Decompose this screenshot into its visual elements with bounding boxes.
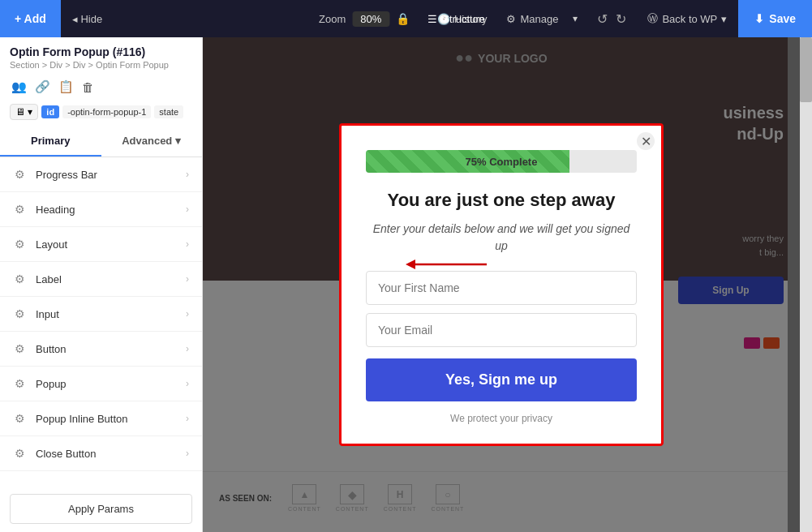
- copy-icon-button[interactable]: 📋: [57, 78, 75, 96]
- panel-item-heading[interactable]: ⚙ Heading ›: [0, 192, 202, 227]
- link-icon-button[interactable]: 🔗: [33, 78, 52, 96]
- undo-button[interactable]: ↺: [594, 8, 611, 30]
- zoom-group: Zoom 80% 🔒: [319, 11, 410, 27]
- breadcrumb: Section > Div > Div > Optin Form Popup: [10, 60, 192, 70]
- save-button[interactable]: ⬇ Save: [738, 0, 812, 37]
- chevron-right-icon: ›: [186, 343, 189, 354]
- chevron-right-icon: ›: [186, 204, 189, 215]
- panel-item-label[interactable]: ⚙ Label ›: [0, 262, 202, 297]
- popup-close-button[interactable]: ✕: [637, 132, 655, 150]
- canvas-area: ●● YOUR LOGO usiness nd-Up worry theyt b…: [203, 37, 812, 532]
- save-icon: ⬇: [754, 12, 764, 25]
- chevron-right-icon: ›: [186, 413, 189, 424]
- manage-button[interactable]: ⚙ Manage: [498, 0, 566, 37]
- redo-button[interactable]: ↻: [612, 8, 629, 30]
- chevron-right-icon: ›: [186, 238, 189, 250]
- scrollbar[interactable]: [800, 37, 812, 532]
- users-icon-button[interactable]: 👥: [10, 78, 28, 96]
- toolbar-left: + Add ◂ Hide: [0, 0, 114, 37]
- panel-item-close-button[interactable]: ⚙ Close Button ›: [0, 436, 202, 471]
- apply-params-button[interactable]: Apply Params: [10, 494, 192, 524]
- submit-button[interactable]: Yes, Sign me up: [366, 358, 637, 401]
- item-label-close-button: Close Button: [36, 448, 176, 460]
- item-label-label: Label: [36, 273, 176, 285]
- progress-bar: 75% Complete: [366, 150, 637, 173]
- gear-icon: ⚙: [13, 203, 26, 216]
- gear-icon: ⚙: [13, 412, 26, 425]
- item-label-progress-bar: Progress Bar: [36, 169, 176, 181]
- class-tag: -optin-form-popup-1: [62, 105, 151, 118]
- manage-group: ⚙ Manage ▾: [498, 0, 584, 37]
- tabs-row: Primary Advanced ▾: [0, 127, 202, 157]
- panel-title: Optin Form Popup (#116): [10, 45, 192, 58]
- chevron-right-icon: ›: [186, 448, 189, 459]
- panel-item-popup[interactable]: ⚙ Popup ›: [0, 367, 202, 401]
- back-wp-arrow: ▾: [721, 13, 727, 25]
- hide-button[interactable]: ◂ Hide: [61, 0, 114, 37]
- panel-item-button[interactable]: ⚙ Button ›: [0, 332, 202, 367]
- gear-icon: ⚙: [13, 272, 26, 285]
- popup-heading: You are just one step away: [366, 189, 637, 212]
- scrollbar-thumb[interactable]: [800, 37, 812, 102]
- top-toolbar: + Add ◂ Hide Zoom 80% 🔒 ☰ Structure 🕐 Hi…: [0, 0, 812, 37]
- chevron-right-icon: ›: [186, 308, 189, 320]
- add-button[interactable]: + Add: [0, 0, 61, 37]
- zoom-label: Zoom: [319, 13, 346, 25]
- popup-overlay: ✕ 75% Complete You are just one step awa…: [203, 37, 800, 532]
- gear-icon: ⚙: [13, 447, 26, 460]
- item-label-popup: Popup: [36, 378, 176, 390]
- progress-bar-label: 75% Complete: [466, 156, 538, 168]
- item-label-input: Input: [36, 308, 176, 320]
- zoom-value: 80%: [352, 11, 389, 27]
- chevron-right-icon: ›: [186, 273, 189, 285]
- gear-icon: ⚙: [13, 307, 26, 320]
- gear-icon: ⚙: [13, 168, 26, 181]
- item-label-button: Button: [36, 343, 176, 355]
- manage-label: Manage: [520, 13, 558, 25]
- save-label: Save: [769, 12, 796, 25]
- gear-icon: ⚙: [13, 342, 26, 355]
- id-tag: id: [41, 105, 59, 118]
- panel-item-popup-inline[interactable]: ⚙ Popup Inline Button ›: [0, 401, 202, 436]
- panel-item-progress-bar[interactable]: ⚙ Progress Bar ›: [0, 157, 202, 192]
- panel-items: ⚙ Progress Bar › ⚙ Heading › ⚙ Layout › …: [0, 157, 202, 486]
- structure-icon: ☰: [427, 13, 437, 25]
- panel-header: Optin Form Popup (#116) Section > Div > …: [0, 37, 202, 73]
- main-layout: Optin Form Popup (#116) Section > Div > …: [0, 37, 812, 532]
- panel-item-layout[interactable]: ⚙ Layout ›: [0, 227, 202, 262]
- delete-icon-button[interactable]: 🗑: [80, 79, 96, 96]
- wp-icon: Ⓦ: [647, 11, 658, 26]
- undo-redo-group: ↺ ↻: [587, 8, 636, 30]
- state-tag: state: [154, 105, 183, 118]
- item-label-layout: Layout: [36, 238, 176, 251]
- chevron-right-icon: ›: [186, 378, 189, 389]
- chevron-right-icon: ›: [186, 169, 189, 180]
- toolbar-center: Zoom 80% 🔒 ☰ Structure: [319, 8, 493, 30]
- tab-primary[interactable]: Primary: [0, 127, 101, 157]
- item-label-heading: Heading: [36, 204, 176, 216]
- panel-actions: 👥 🔗 📋 🗑: [0, 73, 202, 101]
- tab-advanced[interactable]: Advanced ▾: [101, 127, 203, 157]
- structure-button[interactable]: ☰ Structure: [419, 8, 493, 30]
- popup-subtext: Enter your details below and we will get…: [366, 221, 637, 255]
- popup-box: ✕ 75% Complete You are just one step awa…: [339, 123, 664, 446]
- left-panel: Optin Form Popup (#116) Section > Div > …: [0, 37, 203, 532]
- device-selector[interactable]: 🖥 ▾: [10, 104, 38, 120]
- gear-icon: ⚙: [13, 238, 26, 251]
- manage-icon: ⚙: [506, 13, 516, 25]
- gear-icon: ⚙: [13, 377, 26, 390]
- back-to-wp-label: Back to WP: [662, 13, 717, 25]
- back-to-wp-button[interactable]: Ⓦ Back to WP ▾: [639, 0, 735, 37]
- advanced-arrow: ▾: [175, 135, 181, 147]
- first-name-input[interactable]: [366, 271, 637, 305]
- privacy-text: We protect your privacy: [366, 413, 637, 424]
- panel-item-input[interactable]: ⚙ Input ›: [0, 297, 202, 332]
- tag-group: 🖥 ▾ id -optin-form-popup-1 state: [0, 101, 202, 127]
- manage-dropdown-arrow[interactable]: ▾: [566, 0, 584, 37]
- item-label-popup-inline: Popup Inline Button: [36, 413, 176, 425]
- lock-icon[interactable]: 🔒: [396, 12, 410, 25]
- structure-label: Structure: [442, 13, 485, 25]
- email-input[interactable]: [366, 313, 637, 347]
